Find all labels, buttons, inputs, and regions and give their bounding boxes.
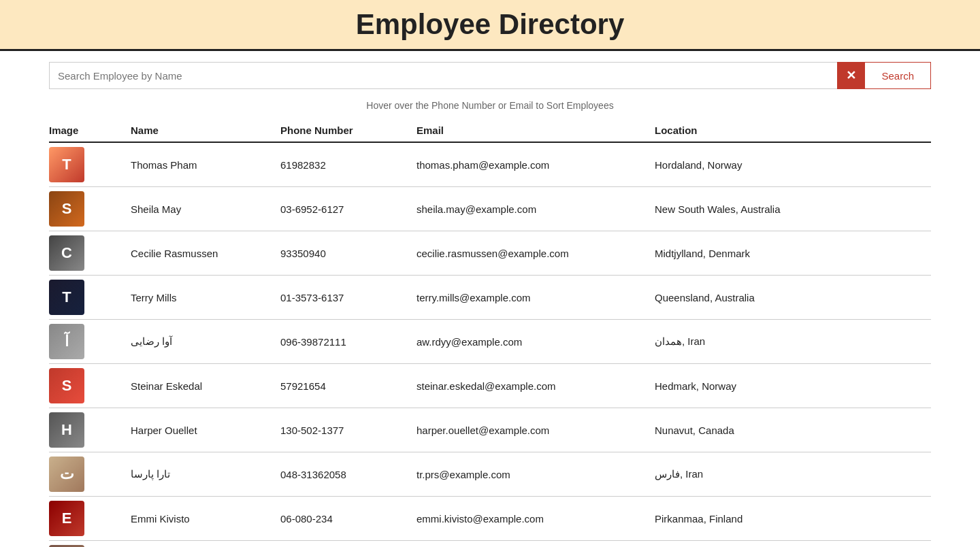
employee-location: New South Wales, Australia xyxy=(655,187,931,231)
clear-button[interactable]: ✕ xyxy=(837,62,864,89)
col-phone[interactable]: Phone Number xyxy=(280,119,416,142)
table-row: SSheila May03-6952-6127sheila.may@exampl… xyxy=(49,187,931,231)
table-row: EEmmi Kivisto06-080-234emmi.kivisto@exam… xyxy=(49,497,931,541)
sort-hint: Hover over the Phone Number or Email to … xyxy=(0,100,980,111)
employee-avatar-cell: E xyxy=(49,497,131,541)
employee-name: Cecilie Rasmussen xyxy=(131,231,280,276)
search-container: ✕ Search xyxy=(0,51,980,100)
employee-name: تارا پارسا xyxy=(131,452,280,497)
table-row: TThomas Pham61982832thomas.pham@example.… xyxy=(49,142,931,187)
search-button[interactable]: Search xyxy=(864,62,931,89)
table-row: CCecilie Rasmussen93350940cecilie.rasmus… xyxy=(49,231,931,276)
employee-email[interactable]: harper.ouellet@example.com xyxy=(416,408,655,452)
table-row: تتارا پارسا048-31362058tr.prs@example.co… xyxy=(49,452,931,497)
employee-email[interactable]: emmi.kivisto@example.com xyxy=(416,497,655,541)
avatar: T xyxy=(49,147,84,182)
employee-location: Nunavut, Canada xyxy=(655,408,931,452)
employee-avatar-cell: آ xyxy=(49,320,131,364)
table-row: HHarper Ouellet130-502-1377harper.ouelle… xyxy=(49,408,931,452)
employee-phone[interactable]: 01-3573-6137 xyxy=(280,276,416,320)
table-row: TTerry Mills01-3573-6137terry.mills@exam… xyxy=(49,276,931,320)
employee-email[interactable]: sheila.may@example.com xyxy=(416,187,655,231)
table-row: آآوا رضایی096-39872111aw.rdyy@example.co… xyxy=(49,320,931,364)
employee-phone[interactable]: 096-39872111 xyxy=(280,320,416,364)
avatar: S xyxy=(49,368,84,403)
employee-name: Sheila May xyxy=(131,187,280,231)
col-location: Location xyxy=(655,119,931,142)
employee-phone[interactable]: 93350940 xyxy=(280,231,416,276)
page-title: Employee Directory xyxy=(0,8,980,41)
employee-avatar-cell: C xyxy=(49,231,131,276)
table-row: SSteinar Eskedal57921654steinar.eskedal@… xyxy=(49,364,931,408)
employee-location: فارس, Iran xyxy=(655,452,931,497)
employee-email[interactable]: terry.mills@example.com xyxy=(416,276,655,320)
employee-table: Image Name Phone Number Email Location T… xyxy=(49,119,931,547)
table-header-row: Image Name Phone Number Email Location xyxy=(49,119,931,142)
avatar: E xyxy=(49,501,84,536)
col-email[interactable]: Email xyxy=(416,119,655,142)
employee-location: Hordaland, Norway xyxy=(655,142,931,187)
employee-location: همدان, Iran xyxy=(655,320,931,364)
search-input[interactable] xyxy=(49,62,837,89)
avatar: آ xyxy=(49,324,84,359)
employee-name: Lisa Gonzalez xyxy=(131,541,280,548)
col-image: Image xyxy=(49,119,131,142)
employee-phone[interactable]: 61982832 xyxy=(280,142,416,187)
avatar: C xyxy=(49,235,84,271)
employee-phone[interactable]: 048-31362058 xyxy=(280,452,416,497)
employee-email[interactable]: tr.prs@example.com xyxy=(416,452,655,497)
employee-location: Queensland, Australia xyxy=(655,276,931,320)
employee-name: آوا رضایی xyxy=(131,320,280,364)
employee-phone[interactable]: 06-080-234 xyxy=(280,497,416,541)
employee-avatar-cell: T xyxy=(49,276,131,320)
avatar: H xyxy=(49,412,84,448)
employee-phone[interactable]: (809)-116-2786 xyxy=(280,541,416,548)
employee-email[interactable]: aw.rdyy@example.com xyxy=(416,320,655,364)
employee-name: Harper Ouellet xyxy=(131,408,280,452)
employee-email[interactable]: thomas.pham@example.com xyxy=(416,142,655,187)
employee-avatar-cell: H xyxy=(49,408,131,452)
table-row: LLisa Gonzalez(809)-116-2786lisa.gonzale… xyxy=(49,541,931,548)
employee-avatar-cell: L xyxy=(49,541,131,548)
employee-avatar-cell: T xyxy=(49,142,131,187)
employee-email[interactable]: lisa.gonzalez@example.com xyxy=(416,541,655,548)
employee-name: Steinar Eskedal xyxy=(131,364,280,408)
col-name: Name xyxy=(131,119,280,142)
avatar: T xyxy=(49,280,84,315)
avatar: S xyxy=(49,191,84,227)
employee-avatar-cell: S xyxy=(49,364,131,408)
employee-phone[interactable]: 130-502-1377 xyxy=(280,408,416,452)
employee-location: Pirkanmaa, Finland xyxy=(655,497,931,541)
employee-name: Thomas Pham xyxy=(131,142,280,187)
employee-email[interactable]: steinar.eskedal@example.com xyxy=(416,364,655,408)
employee-location: New York, United States xyxy=(655,541,931,548)
employee-phone[interactable]: 03-6952-6127 xyxy=(280,187,416,231)
employee-location: Hedmark, Norway xyxy=(655,364,931,408)
employee-phone[interactable]: 57921654 xyxy=(280,364,416,408)
employee-name: Emmi Kivisto xyxy=(131,497,280,541)
page-header: Employee Directory xyxy=(0,0,980,51)
employee-avatar-cell: ت xyxy=(49,452,131,497)
employee-avatar-cell: S xyxy=(49,187,131,231)
avatar: ت xyxy=(49,457,84,492)
close-icon: ✕ xyxy=(846,68,856,83)
employee-name: Terry Mills xyxy=(131,276,280,320)
employee-location: Midtjylland, Denmark xyxy=(655,231,931,276)
employee-table-container: Image Name Phone Number Email Location T… xyxy=(0,119,980,547)
employee-email[interactable]: cecilie.rasmussen@example.com xyxy=(416,231,655,276)
